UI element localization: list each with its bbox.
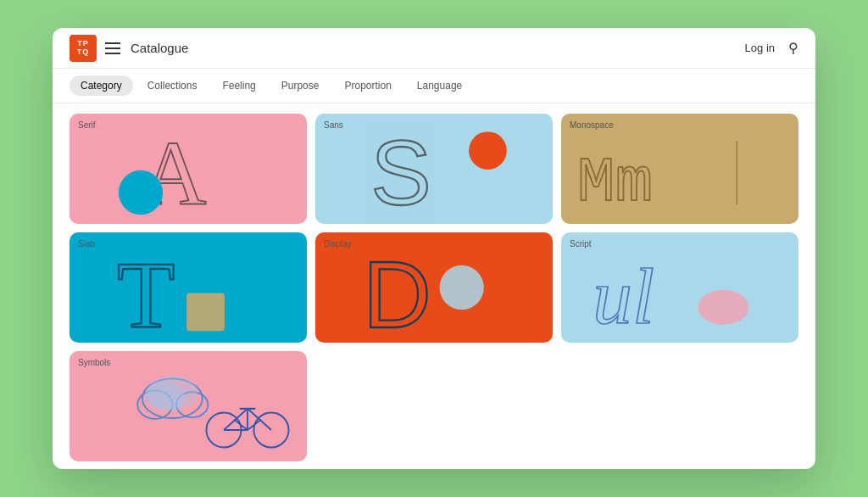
tab-collections[interactable]: Collections	[136, 75, 209, 96]
login-button[interactable]: Log in	[745, 42, 775, 54]
hamburger-icon[interactable]	[105, 42, 120, 54]
nav-title: Catalogue	[131, 41, 745, 55]
monospace-label: Monospace	[570, 120, 614, 130]
category-card-symbols[interactable]: Symbols	[70, 351, 307, 461]
svg-point-1	[119, 170, 163, 215]
svg-text:Mm: Mm	[577, 148, 654, 219]
category-card-slab[interactable]: Slab T	[70, 232, 307, 343]
svg-point-3	[469, 131, 507, 170]
category-card-display[interactable]: Display D	[315, 232, 553, 343]
tab-purpose[interactable]: Purpose	[270, 75, 331, 96]
logo-bottom: TQ	[77, 48, 90, 57]
script-label: Script	[570, 239, 592, 248]
category-card-script[interactable]: Script ul	[561, 232, 798, 343]
nav-bar: TP TQ Catalogue Log in ⚲	[53, 28, 815, 69]
serif-label: Serif	[78, 120, 96, 130]
category-card-sans[interactable]: Sans S	[315, 114, 553, 224]
svg-text:ul: ul	[593, 253, 654, 340]
symbols-label: Symbols	[78, 358, 110, 367]
svg-text:D: D	[363, 242, 431, 343]
logo[interactable]: TP TQ	[70, 35, 97, 62]
tab-language[interactable]: Language	[406, 75, 473, 96]
tab-category[interactable]: Category	[70, 75, 133, 96]
svg-point-16	[147, 376, 198, 410]
category-grid: Serif A Sans S Monospace Mm	[70, 114, 798, 461]
tab-feeling[interactable]: Feeling	[211, 75, 266, 96]
filter-tabs: Category Collections Feeling Purpose Pro…	[53, 69, 815, 103]
svg-text:S: S	[370, 122, 431, 224]
tab-proportion[interactable]: Proportion	[333, 75, 402, 96]
display-label: Display	[324, 239, 352, 248]
category-card-serif[interactable]: Serif A	[70, 114, 307, 224]
svg-text:T: T	[117, 243, 175, 343]
browser-window: TP TQ Catalogue Log in ⚲ Category Collec…	[53, 28, 815, 469]
category-card-monospace[interactable]: Monospace Mm	[561, 114, 798, 224]
svg-point-9	[440, 265, 484, 310]
search-icon[interactable]: ⚲	[788, 40, 798, 56]
nav-actions: Log in ⚲	[745, 40, 798, 56]
svg-point-11	[698, 290, 748, 325]
main-content: Serif A Sans S Monospace Mm	[53, 103, 815, 469]
sans-label: Sans	[324, 120, 343, 130]
slab-label: Slab	[78, 239, 95, 248]
svg-rect-7	[186, 293, 225, 332]
